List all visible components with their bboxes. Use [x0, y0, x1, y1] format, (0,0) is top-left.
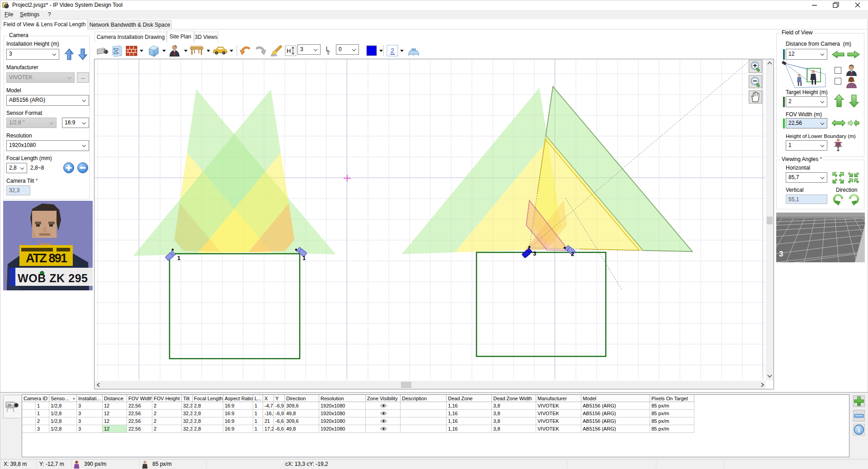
svg-text:3: 3 — [779, 250, 783, 258]
svg-text:i: i — [858, 426, 860, 434]
svg-text:2: 2 — [391, 47, 394, 54]
svg-text:H: H — [287, 47, 291, 54]
svg-text:L: L — [326, 46, 329, 52]
svg-text:WOB ZK 295: WOB ZK 295 — [18, 272, 88, 284]
svg-text:ATZ 891: ATZ 891 — [26, 251, 67, 265]
